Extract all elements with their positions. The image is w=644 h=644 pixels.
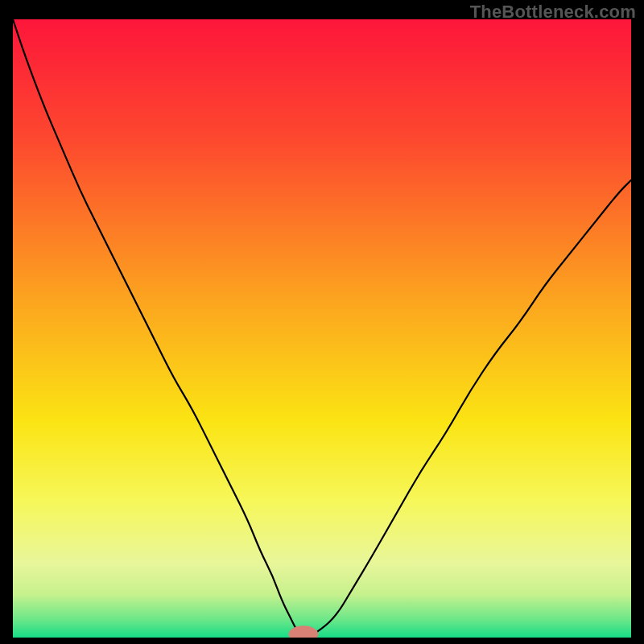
watermark-text: TheBottleneck.com	[470, 2, 636, 23]
gradient-background	[13, 19, 631, 638]
plot-area	[13, 19, 631, 638]
chart-container: TheBottleneck.com	[0, 0, 644, 644]
chart-svg	[13, 19, 631, 638]
